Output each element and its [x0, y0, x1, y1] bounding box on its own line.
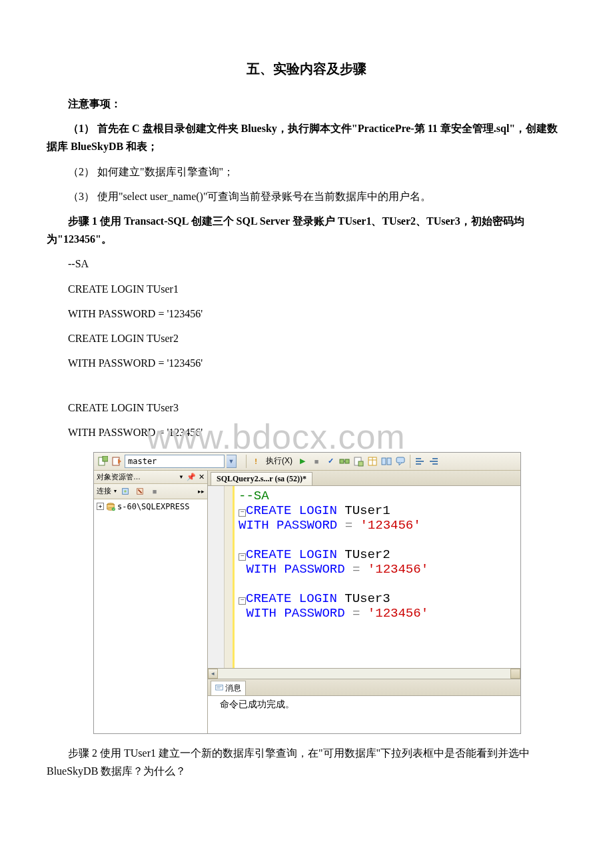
results-text-icon[interactable]	[380, 455, 392, 467]
code-comment: --SA	[239, 489, 269, 503]
svg-rect-28	[216, 685, 223, 691]
debug-exclaim-icon[interactable]: !	[250, 455, 262, 467]
svg-rect-3	[340, 459, 344, 463]
server-name: s-60\SQLEXPRESS	[117, 502, 189, 511]
connect-dropdown-icon[interactable]: ▾	[114, 488, 117, 494]
step-1-heading: 步骤 1 使用 Transact-SQL 创建三个 SQL Server 登录账…	[47, 212, 566, 248]
include-plan-icon[interactable]	[352, 455, 364, 467]
new-query-icon[interactable]	[97, 455, 109, 467]
comment-icon[interactable]	[394, 455, 406, 467]
code-line: CREATE LOGIN TUser1	[47, 280, 566, 298]
query-editor-pane: SQLQuery2.s...r (sa (52))* --SA −CREATE …	[208, 471, 520, 733]
svg-rect-7	[358, 461, 363, 466]
collapse-icon[interactable]: −	[239, 509, 246, 517]
more-chevron-icon[interactable]: ▸▸	[198, 488, 205, 495]
object-tree: + s-60\SQLEXPRESS	[94, 499, 207, 733]
svg-point-27	[112, 507, 115, 511]
results-grid-icon[interactable]	[366, 455, 378, 467]
stop-icon[interactable]: ■	[310, 455, 322, 467]
code-line: CREATE LOGIN TUser3	[47, 399, 566, 417]
code-line: WITH PASSWORD = '123456'	[47, 354, 566, 372]
disconnect-icon[interactable]	[134, 485, 146, 497]
collapse-icon[interactable]: −	[239, 597, 246, 605]
expand-plus-icon[interactable]: +	[97, 503, 104, 510]
message-icon	[215, 684, 223, 692]
code-line: CREATE LOGIN TUser2	[47, 329, 566, 347]
object-explorer-title: 对象资源管…	[97, 472, 141, 482]
svg-rect-1	[103, 456, 108, 461]
notice-item-3: （3） 使用"select user_name()"可查询当前登录账号在当前数据…	[47, 187, 566, 205]
parse-check-icon[interactable]: ✓	[324, 455, 336, 467]
ssms-screenshot: master ▼ ! 执行(X) ▶ ■ ✓	[93, 452, 521, 734]
results-pane: 消息 命令已成功完成。	[208, 679, 520, 733]
step-2-text: 步骤 2 使用 TUser1 建立一个新的数据库引擎查询，在"可用数据库"下拉列…	[47, 744, 566, 780]
notice-item-1: （1） 首先在 C 盘根目录创建文件夹 Bluesky，执行脚本文件"Pract…	[47, 119, 566, 155]
dropdown-arrow-icon[interactable]: ▼	[179, 474, 184, 480]
notice-label: 注意事项：	[47, 95, 566, 113]
database-selector[interactable]: master	[125, 455, 225, 468]
play-icon[interactable]: ▶	[297, 455, 308, 467]
code-line: --SA	[47, 255, 566, 273]
query-tab[interactable]: SQLQuery2.s...r (sa (52))*	[211, 472, 312, 485]
close-icon[interactable]: ✕	[199, 473, 205, 481]
svg-rect-11	[382, 458, 386, 465]
pin-icon[interactable]: 📌	[187, 473, 196, 481]
horizontal-scrollbar[interactable]: ◂	[208, 668, 520, 679]
collapse-icon[interactable]: −	[239, 553, 246, 561]
scroll-thumb[interactable]	[510, 669, 520, 679]
svg-point-21	[124, 490, 127, 493]
section-title: 五、实验内容及步骤	[47, 60, 566, 78]
estimated-plan-icon[interactable]	[338, 455, 350, 467]
connect-label[interactable]: 连接	[97, 486, 111, 496]
connect-icon[interactable]	[119, 485, 131, 497]
object-explorer-pane: 对象资源管… ▼ 📌 ✕ 连接▾ ■	[94, 471, 208, 733]
svg-rect-4	[345, 459, 349, 463]
execute-button[interactable]: 执行(X)	[264, 455, 295, 467]
outdent-icon[interactable]	[428, 455, 440, 467]
code-editor[interactable]: --SA −CREATE LOGIN TUser1 WITH PASSWORD …	[208, 486, 520, 668]
ssms-toolbar: master ▼ ! 执行(X) ▶ ■ ✓	[94, 453, 520, 471]
code-line: WITH PASSWORD = '123456'	[47, 305, 566, 323]
indent-icon[interactable]	[414, 455, 426, 467]
scroll-left-icon[interactable]: ◂	[208, 669, 218, 679]
svg-rect-13	[396, 457, 404, 463]
server-icon	[106, 502, 115, 511]
messages-output: 命令已成功完成。	[208, 695, 520, 733]
tree-server-node[interactable]: + s-60\SQLEXPRESS	[97, 502, 205, 511]
notice-item-2: （2） 如何建立"数据库引擎查询"；	[47, 163, 566, 181]
svg-rect-12	[387, 458, 391, 465]
code-line: WITH PASSWORD = '123456'	[47, 423, 566, 441]
database-dropdown-icon[interactable]: ▼	[227, 455, 237, 468]
change-type-icon[interactable]	[111, 455, 123, 467]
messages-tab[interactable]: 消息	[211, 681, 246, 695]
stop-small-icon[interactable]: ■	[149, 485, 161, 497]
